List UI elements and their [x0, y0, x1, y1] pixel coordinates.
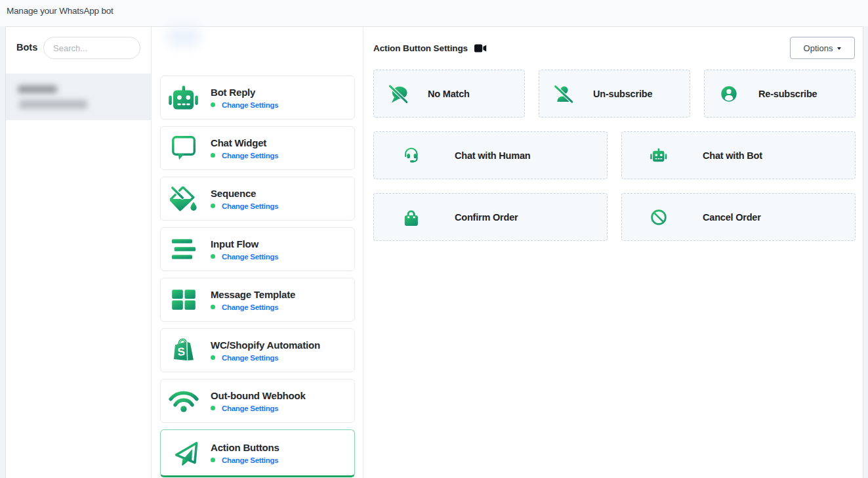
- action-button-label: Cancel Order: [703, 212, 761, 223]
- chat-bubble-icon: [169, 134, 199, 163]
- action-button-label: Un-subscribe: [593, 89, 652, 99]
- change-settings-link[interactable]: Change Settings: [222, 303, 278, 311]
- change-settings-link[interactable]: Change Settings: [222, 404, 278, 412]
- plugin-container: Bots Bot ReplyChange Settings Chat Widge…: [5, 26, 863, 478]
- action-button-settings-panel: Action Button Settings Options No Match: [363, 27, 863, 478]
- module-card-input-flow[interactable]: Input FlowChange Settings: [160, 227, 355, 271]
- video-camera-icon[interactable]: [474, 44, 487, 53]
- change-settings-link[interactable]: Change Settings: [222, 152, 278, 160]
- action-button-row-2: Chat with Human Chat with Bot: [373, 131, 856, 179]
- user-slash-icon: [554, 85, 573, 103]
- change-settings-link[interactable]: Change Settings: [222, 202, 278, 210]
- comment-slash-icon: [389, 85, 407, 103]
- action-button-cancel-order[interactable]: Cancel Order: [621, 193, 856, 241]
- module-action-row: Change Settings: [211, 152, 278, 160]
- action-button-row-1: No Match Un-subscribe Re-subscribe: [373, 70, 856, 118]
- status-dot: [211, 305, 215, 309]
- action-button-un-subscribe[interactable]: Un-subscribe: [539, 70, 690, 118]
- bots-search-input[interactable]: [43, 37, 140, 59]
- wifi-icon: [169, 387, 199, 416]
- bots-panel: Bots: [6, 27, 152, 478]
- status-dot: [211, 153, 215, 158]
- module-label: Input Flow: [211, 238, 278, 250]
- action-button-re-subscribe[interactable]: Re-subscribe: [704, 70, 856, 118]
- module-text: Action ButtonsChange Settings: [211, 442, 279, 464]
- module-card-message-template[interactable]: Message TemplateChange Settings: [160, 278, 355, 322]
- module-text: Chat WidgetChange Settings: [211, 137, 278, 160]
- action-button-label: Confirm Order: [455, 212, 518, 223]
- options-button[interactable]: Options: [790, 37, 855, 59]
- robot-icon: [650, 146, 668, 165]
- settings-header: Action Button Settings Options: [373, 37, 855, 59]
- module-text: WC/Shopify AutomationChange Settings: [211, 339, 320, 362]
- module-label: Chat Widget: [211, 137, 278, 149]
- change-settings-link[interactable]: Change Settings: [222, 253, 278, 261]
- bars-staggered-icon: [169, 235, 199, 264]
- headset-icon: [402, 146, 420, 165]
- bot-list-item-selected[interactable]: [6, 74, 151, 120]
- module-text: Input FlowChange Settings: [211, 238, 278, 261]
- module-card-action-buttons[interactable]: Action ButtonsChange Settings: [160, 429, 355, 477]
- status-dot: [211, 355, 215, 360]
- action-button-label: Chat with Bot: [703, 150, 762, 161]
- svg-text:S: S: [177, 345, 186, 358]
- status-dot: [211, 204, 215, 208]
- status-dot: [211, 254, 215, 259]
- action-button-label: No Match: [428, 89, 470, 99]
- grid-cells-icon: [169, 286, 199, 315]
- options-button-label: Options: [804, 43, 833, 53]
- module-card-sequence[interactable]: SequenceChange Settings: [160, 177, 355, 221]
- action-buttons-grid: No Match Un-subscribe Re-subscribe Chat …: [373, 70, 856, 255]
- modules-list: Bot ReplyChange Settings Chat WidgetChan…: [160, 76, 355, 478]
- module-action-row: Change Settings: [211, 253, 278, 261]
- change-settings-link[interactable]: Change Settings: [222, 456, 278, 464]
- robot-icon: [169, 83, 199, 112]
- module-text: Out-bound WebhookChange Settings: [211, 390, 306, 412]
- action-button-label: Chat with Human: [455, 150, 530, 161]
- module-card-chat-widget[interactable]: Chat WidgetChange Settings: [160, 126, 355, 170]
- page-title: Manage your WhatsApp bot: [7, 6, 114, 16]
- module-action-row: Change Settings: [211, 202, 278, 210]
- action-button-no-match[interactable]: No Match: [373, 70, 525, 118]
- module-label: Bot Reply: [211, 87, 278, 98]
- caret-down-icon: [837, 47, 841, 50]
- module-label: WC/Shopify Automation: [211, 339, 320, 351]
- action-button-row-3: Confirm Order Cancel Order: [373, 193, 856, 241]
- fill-drip-icon: [169, 185, 199, 213]
- module-text: SequenceChange Settings: [211, 188, 278, 210]
- action-button-chat-with-bot[interactable]: Chat with Bot: [621, 131, 856, 179]
- paper-plane-icon: [169, 439, 199, 467]
- module-action-row: Change Settings: [211, 456, 279, 464]
- action-button-label: Re-subscribe: [758, 89, 817, 99]
- modules-panel: Bot ReplyChange Settings Chat WidgetChan…: [152, 27, 363, 478]
- admin-topbar: Manage your WhatsApp bot: [0, 0, 868, 26]
- action-button-confirm-order[interactable]: Confirm Order: [373, 193, 608, 241]
- module-label: Sequence: [211, 188, 278, 200]
- blurred-logo: [167, 29, 201, 47]
- module-text: Message TemplateChange Settings: [211, 289, 295, 311]
- shopping-bag-icon: [402, 208, 420, 227]
- status-dot: [211, 458, 215, 462]
- module-action-row: Change Settings: [211, 101, 278, 109]
- change-settings-link[interactable]: Change Settings: [222, 354, 278, 362]
- shopify-bag-icon: S: [169, 336, 199, 365]
- ban-icon: [650, 208, 668, 227]
- action-button-chat-with-human[interactable]: Chat with Human: [373, 131, 608, 179]
- bot-name-redacted: [18, 85, 57, 93]
- bots-panel-title: Bots: [16, 42, 37, 53]
- module-card-bot-reply[interactable]: Bot ReplyChange Settings: [160, 76, 355, 120]
- module-label: Message Template: [211, 289, 295, 301]
- module-label: Out-bound Webhook: [211, 390, 306, 402]
- module-action-row: Change Settings: [211, 303, 295, 311]
- change-settings-link[interactable]: Change Settings: [222, 101, 278, 109]
- status-dot: [211, 102, 215, 107]
- module-action-row: Change Settings: [211, 404, 306, 412]
- module-card-out-bound-webhook[interactable]: Out-bound WebhookChange Settings: [160, 379, 355, 423]
- module-action-row: Change Settings: [211, 354, 320, 362]
- module-card-wc-shopify-automation[interactable]: S WC/Shopify AutomationChange Settings: [160, 328, 355, 372]
- status-dot: [211, 406, 215, 410]
- module-label: Action Buttons: [211, 442, 279, 454]
- module-text: Bot ReplyChange Settings: [211, 87, 278, 109]
- circle-user-icon: [720, 85, 738, 103]
- settings-title: Action Button Settings: [373, 43, 468, 53]
